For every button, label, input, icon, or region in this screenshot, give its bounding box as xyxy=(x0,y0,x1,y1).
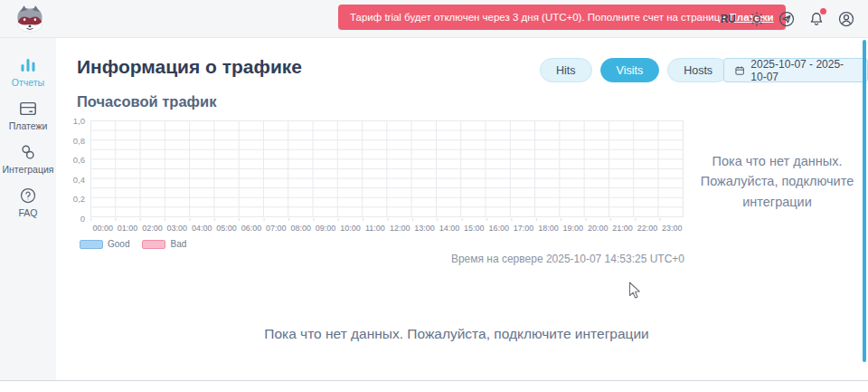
question-icon xyxy=(18,186,38,205)
card-icon xyxy=(18,100,38,118)
sidebar-item-label: Интеграция xyxy=(3,164,54,175)
x-axis-tick: 03:00 xyxy=(165,224,189,233)
sidebar: ОтчетыПлатежиИнтеграцияFAQ xyxy=(0,38,56,380)
y-axis-tick: 0,2 xyxy=(73,194,85,204)
y-axis-tick: 1,0 xyxy=(73,116,85,126)
x-axis-ticks xyxy=(90,218,684,221)
notification-badge xyxy=(820,8,826,14)
traffic-metric-tabs: HitsVisitsHosts xyxy=(540,58,729,82)
sidebar-item-faq[interactable]: FAQ xyxy=(18,186,38,218)
x-axis-tick: 18:00 xyxy=(536,224,561,233)
scrollbar-thumb[interactable] xyxy=(863,40,866,362)
x-axis-tick: 13:00 xyxy=(412,224,437,233)
theme-sun-icon[interactable] xyxy=(748,10,766,28)
x-axis-tick: 10:00 xyxy=(338,224,363,233)
x-axis-tick: 21:00 xyxy=(610,224,635,233)
banner-text: Тариф trial будет отключен через 3 дня (… xyxy=(350,12,726,23)
x-axis-tick: 07:00 xyxy=(264,224,288,233)
legend-swatch xyxy=(142,240,165,249)
x-axis-tick: 19:00 xyxy=(561,224,585,233)
legend-label: Bad xyxy=(170,239,186,249)
x-axis-tick: 20:00 xyxy=(586,224,610,233)
legend-label: Good xyxy=(108,239,129,249)
sidebar-item-integration[interactable]: Интеграция xyxy=(3,143,54,175)
legend-item-bad: Bad xyxy=(142,239,186,249)
x-axis-tick: 02:00 xyxy=(140,224,165,233)
x-axis-tick: 23:00 xyxy=(660,224,684,233)
mouse-cursor xyxy=(628,282,641,300)
tab-hosts[interactable]: Hosts xyxy=(667,58,729,82)
app-logo-raccoon-icon[interactable] xyxy=(12,3,48,35)
profile-icon[interactable] xyxy=(837,10,855,28)
x-axis-tick: 01:00 xyxy=(115,224,139,233)
page-title: Информация о трафике xyxy=(77,56,302,78)
y-axis-tick: 0,6 xyxy=(73,155,85,165)
chart-legend: GoodBad xyxy=(80,239,186,249)
x-axis-tick: 17:00 xyxy=(511,224,535,233)
legend-item-good: Good xyxy=(80,239,129,249)
app-window: Тариф trial будет отключен через 3 дня (… xyxy=(0,0,868,392)
x-axis-tick: 05:00 xyxy=(214,224,239,233)
chart-empty-state: Пока что нет данных. Пожалуйста, подключ… xyxy=(698,151,856,212)
x-axis-tick: 06:00 xyxy=(239,224,263,233)
trial-warning-banner: Тариф trial будет отключен через 3 дня (… xyxy=(338,5,786,30)
x-axis-tick: 09:00 xyxy=(313,224,337,233)
y-axis-tick: 0,8 xyxy=(73,135,85,145)
x-axis-tick: 14:00 xyxy=(437,224,461,233)
y-axis: 1,00,80,60,40,20 xyxy=(54,120,85,218)
sidebar-item-label: Платежи xyxy=(9,120,48,131)
x-axis-tick: 22:00 xyxy=(635,224,659,233)
x-axis-tick: 11:00 xyxy=(363,224,387,233)
y-axis-tick: 0,4 xyxy=(73,174,85,184)
sidebar-item-reports[interactable]: Отчеты xyxy=(12,56,44,88)
sidebar-item-label: Отчеты xyxy=(12,77,44,88)
x-axis-tick: 15:00 xyxy=(462,224,486,233)
chart-plot-area xyxy=(90,120,684,217)
x-axis-tick: 08:00 xyxy=(288,224,313,233)
link-icon xyxy=(18,143,38,161)
header-actions: RU xyxy=(721,0,855,38)
y-axis-tick: 0 xyxy=(80,214,85,224)
notifications-bell-icon[interactable] xyxy=(807,10,826,28)
date-range-picker[interactable]: 2025-10-07 - 2025-10-07 xyxy=(723,58,868,82)
top-header: Тариф trial будет отключен через 3 дня (… xyxy=(0,0,868,38)
x-axis: 00:0001:0002:0003:0004:0005:0006:0007:00… xyxy=(90,224,684,233)
bar-chart-icon xyxy=(18,56,38,74)
sidebar-item-label: FAQ xyxy=(18,207,37,218)
page-empty-state: Пока что нет данных. Пожалуйста, подключ… xyxy=(56,326,857,342)
language-selector[interactable]: RU xyxy=(721,13,736,25)
date-range-value: 2025-10-07 - 2025-10-07 xyxy=(750,58,857,83)
footer-divider xyxy=(0,380,868,381)
calendar-icon xyxy=(734,64,745,77)
legend-swatch xyxy=(80,240,103,249)
tab-hits[interactable]: Hits xyxy=(540,58,592,82)
chart-title: Почасовой трафик xyxy=(77,93,216,110)
x-axis-tick: 12:00 xyxy=(388,224,412,233)
x-axis-tick: 16:00 xyxy=(486,224,511,233)
tab-visits[interactable]: Visits xyxy=(600,58,660,82)
telegram-icon[interactable] xyxy=(778,10,796,28)
x-axis-tick: 04:00 xyxy=(190,224,214,233)
x-axis-tick: 00:00 xyxy=(90,224,115,233)
sidebar-item-payments[interactable]: Платежи xyxy=(9,100,48,131)
server-time: Время на сервере 2025-10-07 14:53:25 UTC… xyxy=(90,253,684,265)
